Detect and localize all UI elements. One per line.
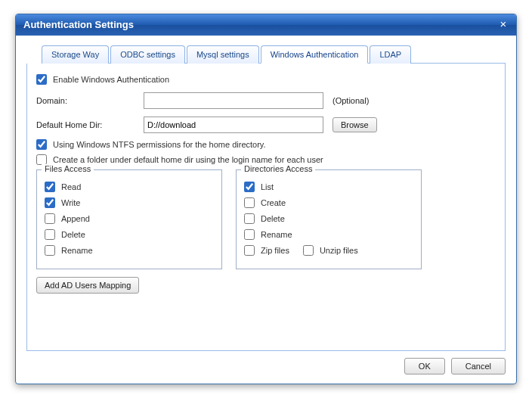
unzip-checkbox[interactable] xyxy=(303,245,314,256)
tab-storage-way[interactable]: Storage Way xyxy=(42,45,109,64)
tab-ldap[interactable]: LDAP xyxy=(370,45,411,64)
tab-strip: Storage Way ODBC settings Mysql settings… xyxy=(42,45,506,64)
tab-label: Mysql settings xyxy=(196,50,249,59)
zip-checkbox[interactable] xyxy=(244,245,255,256)
tab-label: ODBC settings xyxy=(120,50,175,59)
dir-list-label: List xyxy=(261,182,274,191)
create-folder-row: Create a folder under default home dir u… xyxy=(36,154,496,165)
homedir-row: Default Home Dir: Browse xyxy=(36,117,496,133)
enable-winauth-checkbox[interactable] xyxy=(36,74,47,85)
zip-row: Zip files Unzip files xyxy=(244,245,413,256)
tab-odbc[interactable]: ODBC settings xyxy=(110,45,185,64)
enable-winauth-label: Enable Windows Authentication xyxy=(53,75,169,84)
dir-delete-label: Delete xyxy=(261,214,285,223)
close-icon[interactable]: × xyxy=(496,18,510,32)
titlebar[interactable]: Authentication Settings × xyxy=(16,14,516,36)
dir-create-label: Create xyxy=(261,198,286,207)
enable-winauth-row: Enable Windows Authentication xyxy=(36,74,496,85)
file-rename-label: Rename xyxy=(61,246,93,255)
domain-label: Domain: xyxy=(36,96,144,105)
ntfs-checkbox[interactable] xyxy=(36,139,47,150)
auth-settings-window: Authentication Settings × Storage Way OD… xyxy=(15,14,517,384)
tab-mysql[interactable]: Mysql settings xyxy=(187,45,259,64)
dir-create-checkbox[interactable] xyxy=(244,197,255,208)
tab-label: LDAP xyxy=(379,50,401,59)
cancel-label: Cancel xyxy=(466,362,491,371)
browse-label: Browse xyxy=(341,120,369,129)
dir-delete-checkbox[interactable] xyxy=(244,213,255,224)
files-access-fieldset: Files Access Read Write Append Delete Re… xyxy=(36,169,222,269)
homedir-input[interactable] xyxy=(144,117,323,133)
ntfs-row: Using Windows NTFS permissions for the h… xyxy=(36,139,496,150)
add-mapping-row: Add AD Users Mapping xyxy=(36,277,496,294)
file-write-label: Write xyxy=(61,198,80,207)
domain-row: Domain: (Optional) xyxy=(36,92,496,109)
tab-label: Storage Way xyxy=(51,50,99,59)
files-access-title: Files Access xyxy=(42,164,94,173)
domain-input[interactable] xyxy=(144,92,323,109)
ok-button[interactable]: OK xyxy=(404,358,445,374)
add-ad-mapping-label: Add AD Users Mapping xyxy=(45,281,131,290)
homedir-label: Default Home Dir: xyxy=(36,120,144,129)
cancel-button[interactable]: Cancel xyxy=(451,358,506,374)
file-read-label: Read xyxy=(61,182,81,191)
ntfs-label: Using Windows NTFS permissions for the h… xyxy=(53,140,266,149)
access-fieldsets: Files Access Read Write Append Delete Re… xyxy=(36,169,496,269)
browse-button[interactable]: Browse xyxy=(332,117,377,132)
tab-windows-auth[interactable]: Windows Authentication xyxy=(261,45,369,64)
window-title: Authentication Settings xyxy=(23,19,134,30)
domain-optional-hint: (Optional) xyxy=(332,96,369,105)
dir-rename-label: Rename xyxy=(261,230,292,239)
add-ad-mapping-button[interactable]: Add AD Users Mapping xyxy=(36,277,139,294)
file-append-checkbox[interactable] xyxy=(45,213,55,224)
unzip-label: Unzip files xyxy=(320,246,358,255)
create-folder-label: Create a folder under default home dir u… xyxy=(53,155,323,164)
dir-rename-checkbox[interactable] xyxy=(244,229,255,240)
tab-panel-windows-auth: Enable Windows Authentication Domain: (O… xyxy=(26,64,506,351)
file-read-checkbox[interactable] xyxy=(45,182,55,192)
dirs-access-title: Directories Access xyxy=(241,164,315,173)
ok-label: OK xyxy=(419,362,431,371)
file-append-label: Append xyxy=(61,214,90,223)
file-write-checkbox[interactable] xyxy=(45,197,55,208)
dialog-footer: OK Cancel xyxy=(404,358,506,374)
create-folder-checkbox[interactable] xyxy=(36,154,47,165)
zip-label: Zip files xyxy=(261,246,289,255)
file-delete-label: Delete xyxy=(61,230,85,239)
file-delete-checkbox[interactable] xyxy=(45,229,55,240)
tab-label: Windows Authentication xyxy=(271,50,359,59)
dirs-access-fieldset: Directories Access List Create Delete Re… xyxy=(236,169,422,269)
file-rename-checkbox[interactable] xyxy=(45,245,55,256)
dir-list-checkbox[interactable] xyxy=(244,182,255,192)
window-content: Storage Way ODBC settings Mysql settings… xyxy=(16,36,516,359)
